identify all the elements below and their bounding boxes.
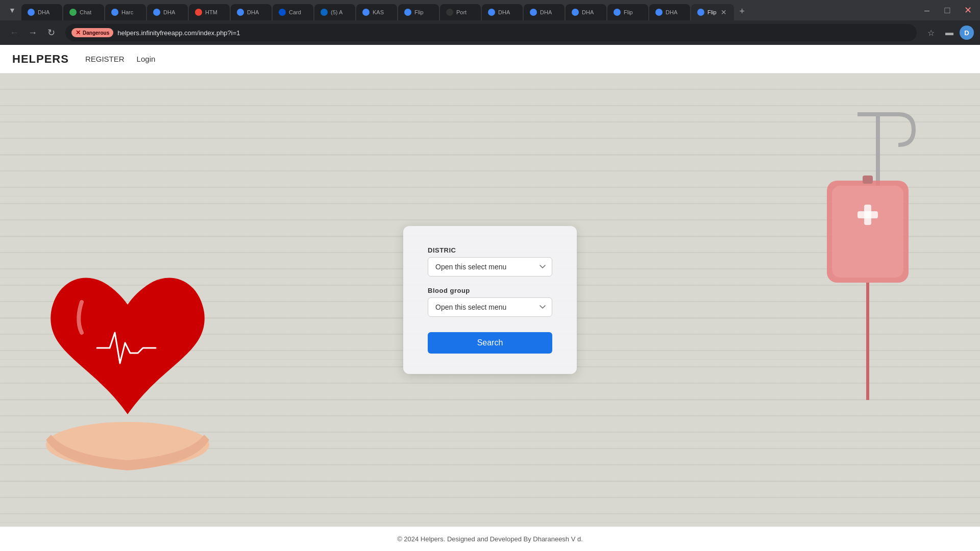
site-nav: HELPERS REGISTER Login (0, 45, 980, 73)
page-content: HELPERS REGISTER Login (0, 45, 980, 551)
maximize-button[interactable]: □ (939, 2, 955, 18)
tab-favicon (530, 9, 537, 16)
iv-bag-illustration (796, 104, 939, 410)
tab-label: Flip (624, 9, 633, 15)
blood-group-label: Blood group (428, 287, 552, 294)
tab-label: DHA (540, 9, 552, 15)
tab-favicon (111, 9, 118, 16)
tab-favicon (321, 9, 328, 16)
bookmark-button[interactable]: ☆ (923, 24, 939, 41)
tab-label: Harc (121, 9, 133, 15)
profile-button[interactable]: D (960, 26, 974, 40)
back-button[interactable]: ← (6, 24, 22, 41)
tab-htm[interactable]: HTM (189, 4, 230, 20)
tab-favicon (614, 9, 621, 16)
tab-label: HTM (205, 9, 217, 15)
extensions-button[interactable]: ▬ (941, 24, 958, 41)
nav-links: REGISTER Login (85, 55, 155, 64)
nav-register-link[interactable]: REGISTER (85, 55, 125, 63)
tab-dha-6[interactable]: DHA (566, 4, 606, 20)
tab-linkedin[interactable]: (5) A (314, 4, 355, 20)
tab-favicon (28, 9, 35, 16)
search-card: DISTRIC Open this select menu Blood grou… (403, 226, 577, 374)
district-label: DISTRIC (428, 246, 552, 254)
blood-group-form-group: Blood group Open this select menu A+ A- … (428, 287, 552, 317)
tab-flip-2[interactable]: Flip (607, 4, 648, 20)
tab-dha-7[interactable]: DHA (649, 4, 690, 20)
tab-favicon (697, 9, 704, 16)
tab-favicon (362, 9, 370, 16)
svg-rect-4 (832, 186, 903, 278)
url-bar[interactable]: ✕ Dangerous helpers.infinityfreeapp.com/… (65, 24, 917, 41)
tab-label: DHA (582, 9, 594, 15)
svg-rect-3 (827, 181, 909, 283)
svg-rect-9 (863, 176, 873, 184)
tab-list-button[interactable]: ▼ (4, 2, 20, 18)
district-form-group: DISTRIC Open this select menu (428, 246, 552, 277)
tab-kas[interactable]: KAS (356, 4, 397, 20)
tab-harc[interactable]: Harc (105, 4, 146, 20)
tab-label: DHA (38, 9, 50, 15)
tab-dha-5[interactable]: DHA (524, 4, 565, 20)
footer-text: © 2024 Helpers. Designed and Developed B… (397, 535, 583, 543)
tab-label: DHA (163, 9, 175, 15)
tab-favicon (572, 9, 579, 16)
tab-label: DHA (666, 9, 677, 15)
tab-flip-active[interactable]: Flip ✕ (691, 4, 734, 20)
svg-point-0 (46, 422, 209, 468)
tab-dha-1[interactable]: DHA (21, 4, 62, 20)
security-badge: ✕ Dangerous (71, 28, 113, 37)
site-logo: HELPERS (12, 53, 69, 66)
browser-toolbar: ← → ↻ ✕ Dangerous helpers.infinityfreeap… (0, 20, 980, 45)
tab-bar: ▼ DHA Chat Harc DHA HTM DHA Card (0, 0, 980, 20)
tab-card[interactable]: Card (273, 4, 313, 20)
new-tab-button[interactable]: + (735, 4, 749, 18)
tab-label: Port (456, 9, 467, 15)
forward-button[interactable]: → (24, 24, 41, 41)
tab-favicon (153, 9, 160, 16)
nav-login-link[interactable]: Login (137, 55, 156, 63)
tab-chat[interactable]: Chat (63, 4, 104, 20)
heart-illustration (10, 220, 255, 486)
search-button[interactable]: Search (428, 332, 552, 354)
tab-label: Chat (80, 9, 91, 15)
tab-favicon (237, 9, 244, 16)
tab-label: (5) A (331, 9, 342, 15)
tab-close-button[interactable]: ✕ (720, 9, 728, 16)
tab-favicon (446, 9, 453, 16)
blood-group-select[interactable]: Open this select menu A+ A- B+ B- AB+ AB… (428, 297, 552, 317)
tab-dha-4[interactable]: DHA (482, 4, 523, 20)
tab-favicon (69, 9, 77, 16)
minimize-button[interactable]: – (919, 2, 935, 18)
tab-favicon (655, 9, 663, 16)
url-text: helpers.infinityfreeapp.com/index.php?i=… (117, 29, 240, 37)
tab-favicon (195, 9, 202, 16)
toolbar-actions: ☆ ▬ D (923, 24, 974, 41)
browser-window: ▼ DHA Chat Harc DHA HTM DHA Card (0, 0, 980, 551)
tab-label: Flip (414, 9, 424, 15)
svg-rect-5 (857, 211, 878, 218)
tab-favicon (404, 9, 411, 16)
close-button[interactable]: ✕ (960, 2, 976, 18)
tab-favicon (488, 9, 495, 16)
tab-label: DHA (247, 9, 259, 15)
reload-button[interactable]: ↻ (43, 24, 59, 41)
tab-label: Flip (707, 9, 717, 15)
tab-port[interactable]: Port (440, 4, 481, 20)
district-select[interactable]: Open this select menu (428, 257, 552, 277)
tab-favicon (279, 9, 286, 16)
danger-icon: ✕ (76, 29, 81, 36)
tab-label: DHA (498, 9, 510, 15)
hero-section: DISTRIC Open this select menu Blood grou… (0, 73, 980, 527)
security-label: Dangerous (83, 30, 109, 36)
tab-label: Card (289, 9, 301, 15)
tab-dha-3[interactable]: DHA (231, 4, 272, 20)
tab-dha-2[interactable]: DHA (147, 4, 188, 20)
svg-rect-6 (864, 205, 871, 225)
site-footer: © 2024 Helpers. Designed and Developed B… (0, 527, 980, 551)
tab-label: KAS (373, 9, 384, 15)
tab-flip-1[interactable]: Flip (398, 4, 439, 20)
